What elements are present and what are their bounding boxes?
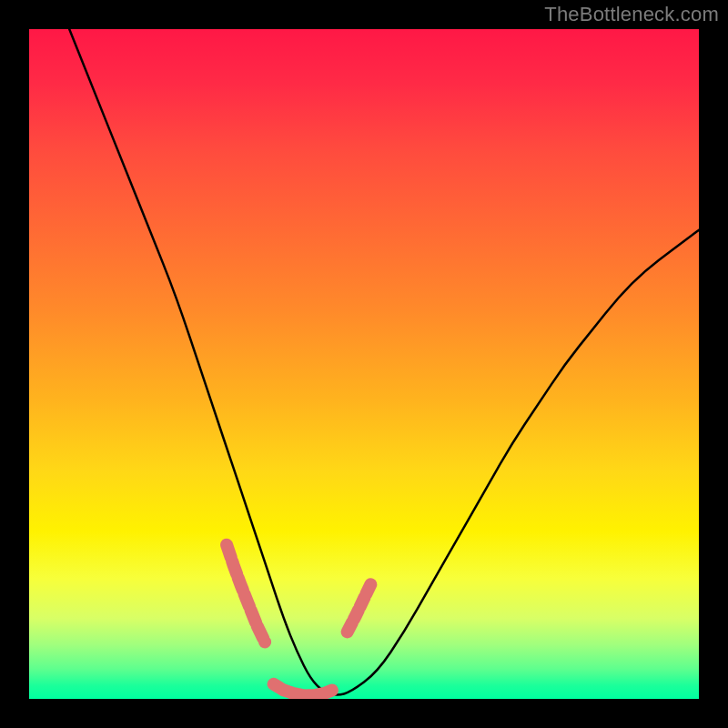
left-bumps (227, 545, 265, 642)
bottom-bumps (274, 684, 334, 696)
right-bumps (348, 581, 372, 632)
plot-area (29, 29, 699, 699)
highlight-bumps (227, 545, 372, 696)
curve-layer (29, 29, 699, 699)
bottleneck-curve (69, 29, 699, 694)
watermark-text: TheBottleneck.com (544, 3, 719, 26)
chart-frame: TheBottleneck.com (0, 0, 728, 728)
